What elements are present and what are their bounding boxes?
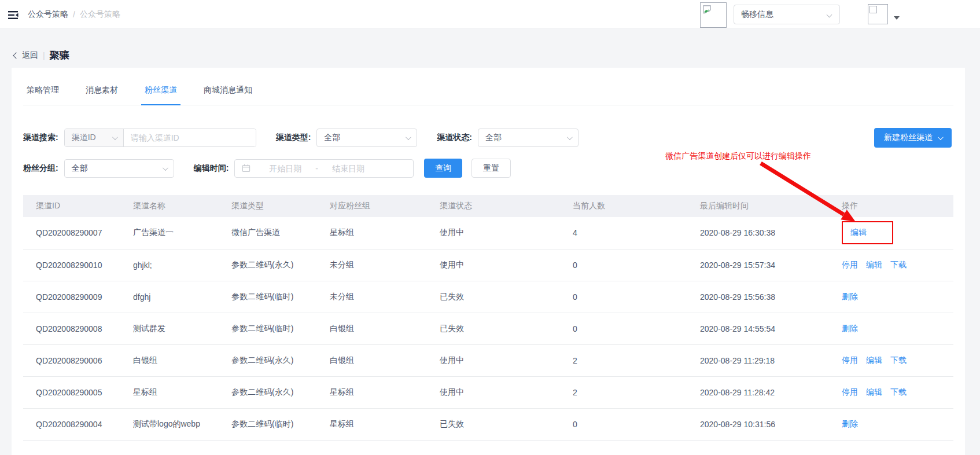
cell-channel-type: 参数二维码(永久): [219, 344, 317, 376]
chevron-down-icon: [827, 12, 832, 18]
end-date-input[interactable]: [318, 164, 378, 173]
broken-avatar-icon: [870, 6, 877, 13]
cell-actions: 停用编辑下载: [829, 376, 953, 408]
cell-actions: 删除: [829, 313, 953, 344]
cell-channel-name: 测试群发: [120, 313, 219, 344]
topbar: 公众号策略 / 公众号策略 畅移信息: [0, 0, 980, 29]
cell-channel-status: 使用中: [427, 376, 560, 408]
cell-channel-id: QD202008290006: [23, 344, 120, 376]
header-current-count: 当前人数: [560, 195, 687, 217]
cell-channel-status: 已失效: [427, 408, 560, 440]
tab-mall-message-notice[interactable]: 商城消息通知: [200, 85, 256, 105]
cell-current-count: 2: [560, 376, 687, 408]
cell-last-edit-time: 2020-08-29 14:55:54: [687, 313, 829, 344]
cell-channel-status: 已失效: [427, 313, 560, 344]
action-download-link[interactable]: 下载: [890, 260, 907, 269]
cell-last-edit-time: 2020-08-29 11:28:42: [687, 376, 829, 408]
cell-fan-group: 未分组: [317, 281, 427, 313]
reset-button[interactable]: 重置: [471, 159, 511, 178]
header-channel-name: 渠道名称: [120, 195, 219, 217]
filter-row-1: 渠道搜索: 渠道ID 渠道类型: 全部: [23, 129, 953, 147]
edit-time-range-picker[interactable]: -: [234, 159, 414, 178]
back-button[interactable]: 返回: [14, 50, 38, 61]
cell-channel-name: 白银组: [120, 344, 219, 376]
filter-channel-search: 渠道搜索: 渠道ID: [23, 129, 256, 147]
action-delete-link[interactable]: 删除: [842, 419, 858, 428]
tab-message-material[interactable]: 消息素材: [82, 85, 121, 105]
action-edit-link[interactable]: 编辑: [866, 260, 882, 269]
account-select-value: 畅移信息: [741, 9, 773, 20]
cell-current-count: 0: [560, 313, 687, 344]
cell-channel-name: 广告渠道一: [120, 217, 219, 249]
channel-id-type-value: 渠道ID: [72, 133, 96, 143]
tab-strategy-management[interactable]: 策略管理: [23, 85, 62, 105]
header-fan-group: 对应粉丝组: [317, 195, 427, 217]
action-edit-link[interactable]: 编辑: [866, 355, 882, 365]
action-stop-link[interactable]: 停用: [842, 355, 858, 365]
start-date-input[interactable]: [255, 164, 315, 173]
channel-search-label: 渠道搜索:: [23, 133, 58, 143]
cell-channel-type: 微信广告渠道: [219, 217, 317, 249]
breadcrumb-separator: /: [73, 10, 75, 19]
action-edit-link[interactable]: 编辑: [850, 228, 867, 237]
filter-row-2: 粉丝分组: 全部 编辑时间:: [23, 159, 953, 178]
create-fan-channel-button[interactable]: 新建粉丝渠道: [874, 128, 952, 148]
cell-channel-name: 星标组: [120, 376, 219, 408]
header-channel-id: 渠道ID: [23, 195, 120, 217]
filter-channel-status: 渠道状态: 全部: [437, 129, 579, 147]
cell-current-count: 0: [560, 408, 687, 440]
action-stop-link[interactable]: 停用: [842, 260, 858, 269]
breadcrumb: 公众号策略 / 公众号策略: [28, 9, 120, 20]
page-title: 聚骧: [50, 49, 69, 62]
back-label: 返回: [22, 50, 38, 61]
channel-id-input[interactable]: [124, 129, 256, 146]
annotation-text: 微信广告渠道创建后仅可以进行编辑操作: [665, 151, 811, 162]
collapse-menu-icon[interactable]: [6, 8, 21, 23]
avatar[interactable]: [868, 4, 888, 24]
cell-last-edit-time: 2020-08-29 16:30:38: [687, 217, 829, 249]
chevron-down-icon: [938, 134, 944, 140]
cell-channel-name: ghjkl;: [120, 249, 219, 281]
action-download-link[interactable]: 下载: [890, 355, 907, 365]
cell-channel-id: QD202008290004: [23, 408, 120, 440]
cell-actions: 停用编辑下载: [829, 344, 953, 376]
action-stop-link[interactable]: 停用: [842, 387, 858, 397]
cell-current-count: 4: [560, 217, 687, 249]
cell-fan-group: 白银组: [317, 313, 427, 344]
cell-actions: 停用编辑下载: [829, 249, 953, 281]
search-button[interactable]: 查询: [424, 159, 462, 178]
breadcrumb-root[interactable]: 公众号策略: [28, 9, 68, 20]
channel-id-type-select[interactable]: 渠道ID: [65, 129, 124, 146]
account-select[interactable]: 畅移信息: [734, 5, 840, 24]
header-divider: |: [43, 51, 45, 60]
broken-image-logo: [700, 2, 727, 28]
action-download-link[interactable]: 下载: [890, 387, 907, 397]
cell-last-edit-time: 2020-08-29 15:56:38: [687, 281, 829, 313]
screen: 公众号策略 / 公众号策略 畅移信息 返回 | 聚骧 策略管理: [0, 0, 980, 455]
cell-channel-id: QD202008290009: [23, 281, 120, 313]
channel-status-select[interactable]: 全部: [478, 129, 579, 147]
cell-channel-id: QD202008290005: [23, 376, 120, 408]
cell-last-edit-time: 2020-08-29 15:57:34: [687, 249, 829, 281]
highlight-box: 编辑: [842, 221, 893, 244]
fan-group-label: 粉丝分组:: [23, 163, 58, 174]
table-row: QD202008290004测试带logo的webp参数二维码(临时)星标组已失…: [23, 408, 953, 440]
header-channel-status: 渠道状态: [427, 195, 560, 217]
table-row: QD202008290008测试群发参数二维码(临时)白银组已失效02020-0…: [23, 313, 953, 344]
filter-edit-time: 编辑时间: -: [194, 159, 414, 178]
avatar-caret-icon[interactable]: [894, 16, 900, 20]
action-delete-link[interactable]: 删除: [842, 292, 858, 301]
channel-search-group: 渠道ID: [64, 129, 256, 147]
tab-fan-channel[interactable]: 粉丝渠道: [141, 85, 180, 105]
cell-actions: 编辑: [829, 217, 953, 249]
action-edit-link[interactable]: 编辑: [866, 387, 882, 397]
channel-type-select[interactable]: 全部: [316, 129, 417, 147]
tab-bar: 策略管理 消息素材 粉丝渠道 商城消息通知: [23, 68, 953, 105]
fan-group-select[interactable]: 全部: [64, 159, 174, 178]
cell-fan-group: 星标组: [317, 376, 427, 408]
channel-type-value: 全部: [324, 133, 340, 143]
create-fan-channel-label: 新建粉丝渠道: [884, 133, 933, 143]
chevron-down-icon: [163, 165, 168, 171]
broken-image-icon: [702, 5, 712, 14]
action-delete-link[interactable]: 删除: [842, 324, 858, 333]
